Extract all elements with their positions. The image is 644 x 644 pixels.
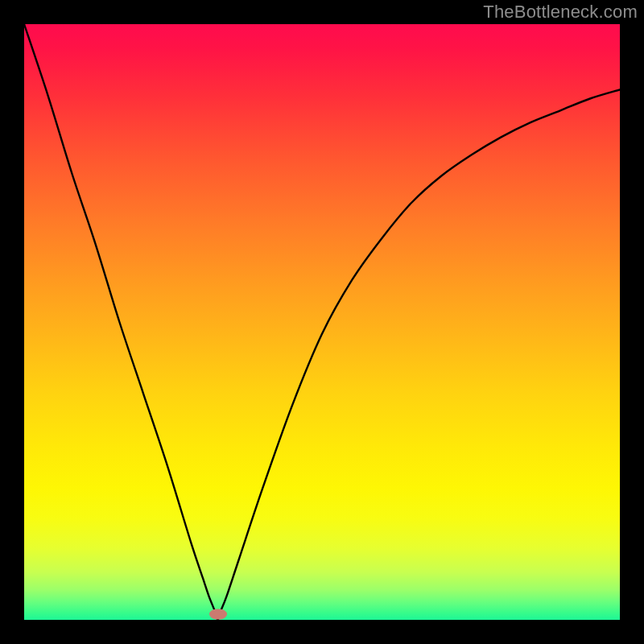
bottleneck-curve — [24, 24, 620, 620]
chart-area — [24, 24, 620, 620]
watermark-text: TheBottleneck.com — [483, 2, 638, 23]
optimal-point-marker — [209, 609, 227, 619]
